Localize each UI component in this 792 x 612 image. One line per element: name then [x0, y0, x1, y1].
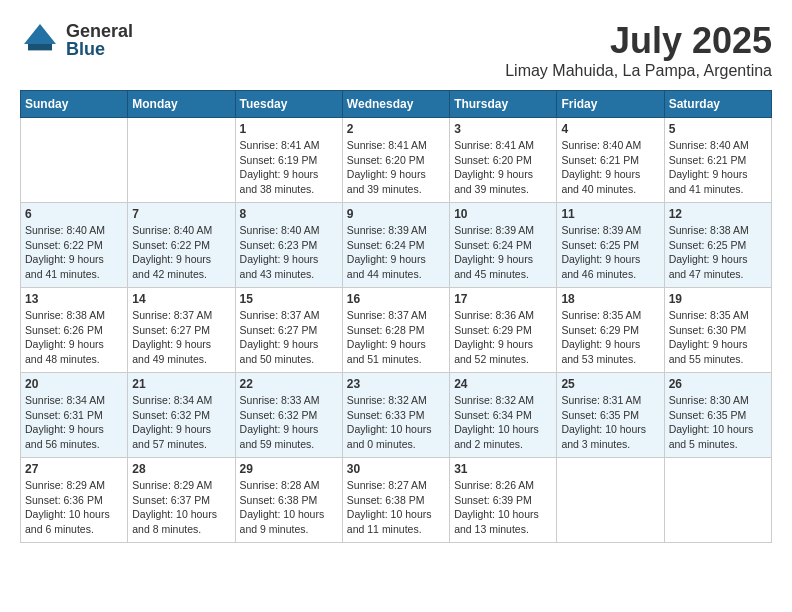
day-number: 23 [347, 377, 445, 391]
logo: General Blue [20, 20, 133, 60]
table-cell: 14Sunrise: 8:37 AMSunset: 6:27 PMDayligh… [128, 288, 235, 373]
location-title: Limay Mahuida, La Pampa, Argentina [505, 62, 772, 80]
table-cell: 22Sunrise: 8:33 AMSunset: 6:32 PMDayligh… [235, 373, 342, 458]
table-cell: 2Sunrise: 8:41 AMSunset: 6:20 PMDaylight… [342, 118, 449, 203]
day-info: Sunrise: 8:37 AMSunset: 6:28 PMDaylight:… [347, 308, 445, 367]
day-number: 13 [25, 292, 123, 306]
day-info: Sunrise: 8:31 AMSunset: 6:35 PMDaylight:… [561, 393, 659, 452]
table-cell: 10Sunrise: 8:39 AMSunset: 6:24 PMDayligh… [450, 203, 557, 288]
day-number: 18 [561, 292, 659, 306]
day-info: Sunrise: 8:41 AMSunset: 6:19 PMDaylight:… [240, 138, 338, 197]
table-cell: 17Sunrise: 8:36 AMSunset: 6:29 PMDayligh… [450, 288, 557, 373]
col-tuesday: Tuesday [235, 91, 342, 118]
table-cell: 7Sunrise: 8:40 AMSunset: 6:22 PMDaylight… [128, 203, 235, 288]
table-cell: 30Sunrise: 8:27 AMSunset: 6:38 PMDayligh… [342, 458, 449, 543]
table-cell [128, 118, 235, 203]
day-info: Sunrise: 8:41 AMSunset: 6:20 PMDaylight:… [347, 138, 445, 197]
day-number: 17 [454, 292, 552, 306]
day-info: Sunrise: 8:32 AMSunset: 6:33 PMDaylight:… [347, 393, 445, 452]
day-info: Sunrise: 8:40 AMSunset: 6:21 PMDaylight:… [669, 138, 767, 197]
calendar-week-5: 27Sunrise: 8:29 AMSunset: 6:36 PMDayligh… [21, 458, 772, 543]
table-cell: 16Sunrise: 8:37 AMSunset: 6:28 PMDayligh… [342, 288, 449, 373]
day-info: Sunrise: 8:39 AMSunset: 6:24 PMDaylight:… [454, 223, 552, 282]
table-cell: 13Sunrise: 8:38 AMSunset: 6:26 PMDayligh… [21, 288, 128, 373]
day-info: Sunrise: 8:41 AMSunset: 6:20 PMDaylight:… [454, 138, 552, 197]
svg-marker-0 [24, 24, 56, 44]
table-cell: 25Sunrise: 8:31 AMSunset: 6:35 PMDayligh… [557, 373, 664, 458]
day-info: Sunrise: 8:35 AMSunset: 6:29 PMDaylight:… [561, 308, 659, 367]
calendar-header-row: Sunday Monday Tuesday Wednesday Thursday… [21, 91, 772, 118]
day-info: Sunrise: 8:40 AMSunset: 6:21 PMDaylight:… [561, 138, 659, 197]
day-info: Sunrise: 8:34 AMSunset: 6:31 PMDaylight:… [25, 393, 123, 452]
day-info: Sunrise: 8:36 AMSunset: 6:29 PMDaylight:… [454, 308, 552, 367]
day-number: 2 [347, 122, 445, 136]
table-cell: 9Sunrise: 8:39 AMSunset: 6:24 PMDaylight… [342, 203, 449, 288]
day-info: Sunrise: 8:39 AMSunset: 6:25 PMDaylight:… [561, 223, 659, 282]
day-number: 26 [669, 377, 767, 391]
day-number: 4 [561, 122, 659, 136]
table-cell: 26Sunrise: 8:30 AMSunset: 6:35 PMDayligh… [664, 373, 771, 458]
day-info: Sunrise: 8:32 AMSunset: 6:34 PMDaylight:… [454, 393, 552, 452]
day-info: Sunrise: 8:37 AMSunset: 6:27 PMDaylight:… [132, 308, 230, 367]
day-number: 10 [454, 207, 552, 221]
day-info: Sunrise: 8:38 AMSunset: 6:25 PMDaylight:… [669, 223, 767, 282]
header: General Blue July 2025 Limay Mahuida, La… [20, 20, 772, 80]
table-cell: 1Sunrise: 8:41 AMSunset: 6:19 PMDaylight… [235, 118, 342, 203]
table-cell [664, 458, 771, 543]
day-number: 20 [25, 377, 123, 391]
table-cell: 18Sunrise: 8:35 AMSunset: 6:29 PMDayligh… [557, 288, 664, 373]
table-cell: 11Sunrise: 8:39 AMSunset: 6:25 PMDayligh… [557, 203, 664, 288]
day-info: Sunrise: 8:37 AMSunset: 6:27 PMDaylight:… [240, 308, 338, 367]
table-cell: 29Sunrise: 8:28 AMSunset: 6:38 PMDayligh… [235, 458, 342, 543]
day-number: 25 [561, 377, 659, 391]
table-cell [21, 118, 128, 203]
table-cell: 28Sunrise: 8:29 AMSunset: 6:37 PMDayligh… [128, 458, 235, 543]
logo-general-text: General [66, 22, 133, 40]
day-number: 24 [454, 377, 552, 391]
day-info: Sunrise: 8:40 AMSunset: 6:22 PMDaylight:… [25, 223, 123, 282]
month-title: July 2025 [505, 20, 772, 62]
day-info: Sunrise: 8:40 AMSunset: 6:23 PMDaylight:… [240, 223, 338, 282]
table-cell: 19Sunrise: 8:35 AMSunset: 6:30 PMDayligh… [664, 288, 771, 373]
table-cell: 23Sunrise: 8:32 AMSunset: 6:33 PMDayligh… [342, 373, 449, 458]
day-number: 28 [132, 462, 230, 476]
day-number: 12 [669, 207, 767, 221]
day-info: Sunrise: 8:40 AMSunset: 6:22 PMDaylight:… [132, 223, 230, 282]
day-number: 16 [347, 292, 445, 306]
day-info: Sunrise: 8:39 AMSunset: 6:24 PMDaylight:… [347, 223, 445, 282]
day-number: 22 [240, 377, 338, 391]
day-info: Sunrise: 8:29 AMSunset: 6:37 PMDaylight:… [132, 478, 230, 537]
svg-rect-1 [28, 44, 52, 50]
day-number: 6 [25, 207, 123, 221]
logo-blue-text: Blue [66, 40, 133, 58]
table-cell: 21Sunrise: 8:34 AMSunset: 6:32 PMDayligh… [128, 373, 235, 458]
day-number: 21 [132, 377, 230, 391]
day-number: 15 [240, 292, 338, 306]
col-friday: Friday [557, 91, 664, 118]
day-info: Sunrise: 8:28 AMSunset: 6:38 PMDaylight:… [240, 478, 338, 537]
day-number: 9 [347, 207, 445, 221]
logo-icon [20, 20, 60, 60]
table-cell: 12Sunrise: 8:38 AMSunset: 6:25 PMDayligh… [664, 203, 771, 288]
table-cell: 15Sunrise: 8:37 AMSunset: 6:27 PMDayligh… [235, 288, 342, 373]
day-number: 5 [669, 122, 767, 136]
table-cell: 3Sunrise: 8:41 AMSunset: 6:20 PMDaylight… [450, 118, 557, 203]
table-cell: 6Sunrise: 8:40 AMSunset: 6:22 PMDaylight… [21, 203, 128, 288]
day-number: 3 [454, 122, 552, 136]
day-number: 27 [25, 462, 123, 476]
day-info: Sunrise: 8:38 AMSunset: 6:26 PMDaylight:… [25, 308, 123, 367]
table-cell: 4Sunrise: 8:40 AMSunset: 6:21 PMDaylight… [557, 118, 664, 203]
day-number: 14 [132, 292, 230, 306]
day-info: Sunrise: 8:33 AMSunset: 6:32 PMDaylight:… [240, 393, 338, 452]
col-saturday: Saturday [664, 91, 771, 118]
table-cell: 31Sunrise: 8:26 AMSunset: 6:39 PMDayligh… [450, 458, 557, 543]
day-number: 30 [347, 462, 445, 476]
day-info: Sunrise: 8:34 AMSunset: 6:32 PMDaylight:… [132, 393, 230, 452]
table-cell: 8Sunrise: 8:40 AMSunset: 6:23 PMDaylight… [235, 203, 342, 288]
day-number: 1 [240, 122, 338, 136]
day-number: 11 [561, 207, 659, 221]
day-number: 19 [669, 292, 767, 306]
day-info: Sunrise: 8:29 AMSunset: 6:36 PMDaylight:… [25, 478, 123, 537]
calendar-week-1: 1Sunrise: 8:41 AMSunset: 6:19 PMDaylight… [21, 118, 772, 203]
day-number: 7 [132, 207, 230, 221]
